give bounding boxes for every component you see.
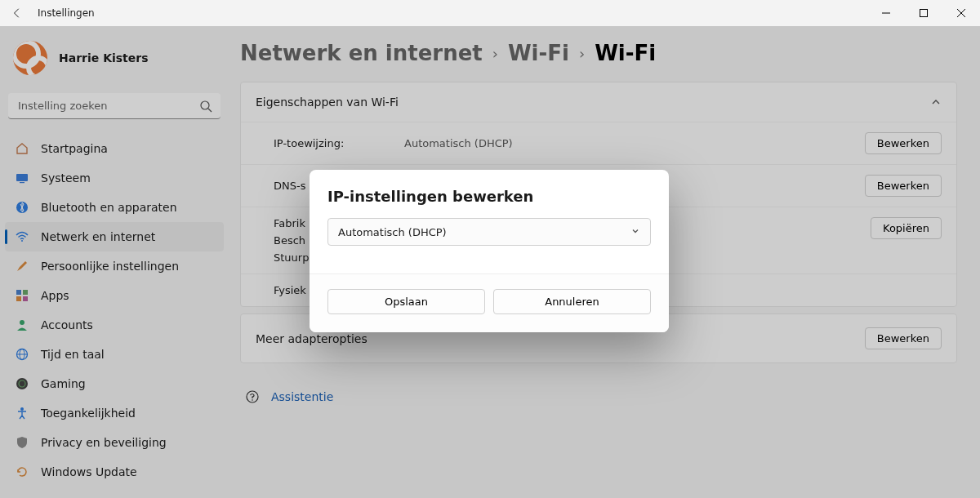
svg-point-13 bbox=[16, 378, 28, 389]
help-section: Assistentie bbox=[240, 370, 957, 424]
svg-rect-6 bbox=[16, 290, 21, 295]
property-value: Automatisch (DHCP) bbox=[404, 137, 865, 149]
chevron-right-icon: › bbox=[579, 45, 585, 62]
sidebar-item-privacy[interactable]: Privacy en beveiliging bbox=[5, 428, 224, 457]
sidebar-nav: Startpagina Systeem Bluetooth en apparat… bbox=[5, 129, 224, 487]
minimize-button[interactable] bbox=[867, 0, 905, 26]
sidebar-item-label: Startpagina bbox=[41, 142, 108, 155]
svg-rect-3 bbox=[20, 182, 24, 183]
update-icon bbox=[15, 465, 29, 479]
svg-rect-0 bbox=[920, 10, 928, 17]
help-link[interactable]: Assistentie bbox=[271, 390, 333, 403]
profile-name: Harrie Kisters bbox=[59, 51, 149, 64]
breadcrumb-current: Wi-Fi bbox=[595, 41, 656, 65]
bluetooth-icon bbox=[15, 200, 29, 215]
breadcrumb: Netwerk en internet › Wi-Fi › Wi-Fi bbox=[240, 41, 957, 65]
sidebar-item-personalization[interactable]: Persoonlijke instellingen bbox=[5, 251, 224, 281]
sidebar-item-system[interactable]: Systeem bbox=[5, 163, 224, 193]
sidebar-item-accessibility[interactable]: Toegankelijkheid bbox=[5, 398, 224, 428]
chevron-right-icon: › bbox=[492, 45, 498, 62]
home-icon bbox=[15, 141, 29, 156]
sidebar-item-network[interactable]: Netwerk en internet bbox=[5, 222, 224, 251]
edit-dns-button[interactable]: Bewerken bbox=[865, 175, 942, 197]
sidebar-item-label: Systeem bbox=[41, 171, 91, 185]
svg-point-10 bbox=[20, 320, 24, 325]
gaming-icon bbox=[15, 376, 29, 391]
accessibility-icon bbox=[15, 406, 29, 420]
profile[interactable]: Harrie Kisters bbox=[5, 26, 224, 93]
svg-rect-7 bbox=[23, 290, 28, 295]
wifi-icon bbox=[15, 229, 29, 244]
copy-button[interactable]: Kopiëren bbox=[871, 217, 942, 239]
sidebar-item-bluetooth[interactable]: Bluetooth en apparaten bbox=[5, 193, 224, 222]
svg-point-15 bbox=[20, 407, 24, 411]
modal-title: IP-instellingen bewerken bbox=[327, 188, 651, 205]
apps-icon bbox=[15, 288, 29, 303]
property-label-clipped: Stuurp bbox=[274, 251, 309, 264]
sidebar-item-label: Persoonlijke instellingen bbox=[41, 260, 179, 273]
shield-icon bbox=[15, 435, 29, 450]
svg-point-17 bbox=[252, 399, 253, 401]
select-value: Automatisch (DHCP) bbox=[338, 226, 447, 238]
search-input[interactable] bbox=[8, 93, 220, 119]
sidebar-item-label: Tijd en taal bbox=[41, 348, 105, 361]
sidebar-item-label: Gaming bbox=[41, 377, 86, 390]
property-label-clipped: Fabrik bbox=[274, 217, 309, 229]
chevron-up-icon bbox=[930, 96, 942, 108]
breadcrumb-link-2[interactable]: Wi-Fi bbox=[508, 41, 569, 65]
sidebar-item-home[interactable]: Startpagina bbox=[5, 134, 224, 163]
svg-point-5 bbox=[21, 240, 23, 242]
svg-rect-8 bbox=[16, 296, 21, 301]
sidebar-item-label: Accounts bbox=[41, 318, 93, 331]
title-bar: Instellingen bbox=[0, 0, 980, 26]
search-box bbox=[8, 93, 220, 119]
brush-icon bbox=[15, 259, 29, 273]
save-button[interactable]: Opslaan bbox=[327, 289, 485, 314]
property-label-clipped: Besch bbox=[274, 234, 309, 247]
help-icon bbox=[245, 389, 260, 404]
close-button[interactable] bbox=[942, 0, 980, 26]
window-title: Instellingen bbox=[38, 7, 95, 19]
sidebar-item-apps[interactable]: Apps bbox=[5, 281, 224, 310]
property-label: IP-toewijzing: bbox=[274, 137, 404, 149]
sidebar-item-label: Bluetooth en apparaten bbox=[41, 201, 177, 214]
sidebar-item-windows-update[interactable]: Windows Update bbox=[5, 457, 224, 487]
sidebar-item-time-language[interactable]: Tijd en taal bbox=[5, 340, 224, 369]
globe-icon bbox=[15, 347, 29, 362]
search-icon bbox=[199, 100, 212, 113]
property-row-ip: IP-toewijzing: Automatisch (DHCP) Bewerk… bbox=[241, 122, 956, 164]
ip-settings-modal: IP-instellingen bewerken Automatisch (DH… bbox=[310, 170, 669, 332]
sidebar-item-label: Privacy en beveiliging bbox=[41, 436, 167, 449]
sidebar-item-label: Apps bbox=[41, 289, 69, 302]
svg-rect-9 bbox=[23, 296, 28, 301]
sidebar-item-label: Windows Update bbox=[41, 465, 137, 478]
title-bar-left: Instellingen bbox=[11, 7, 95, 19]
back-button[interactable] bbox=[11, 7, 23, 19]
sidebar: Harrie Kisters Startpagina Systeem Bluet… bbox=[0, 26, 229, 498]
sidebar-item-accounts[interactable]: Accounts bbox=[5, 310, 224, 340]
ip-mode-select[interactable]: Automatisch (DHCP) bbox=[327, 218, 651, 246]
breadcrumb-link-1[interactable]: Netwerk en internet bbox=[240, 41, 483, 65]
sidebar-item-label: Toegankelijkheid bbox=[41, 407, 136, 420]
svg-point-1 bbox=[201, 101, 209, 109]
adapter-edit-button[interactable]: Bewerken bbox=[865, 327, 942, 349]
edit-ip-button[interactable]: Bewerken bbox=[865, 132, 942, 154]
avatar bbox=[13, 41, 47, 75]
svg-rect-2 bbox=[16, 174, 28, 181]
system-icon bbox=[15, 171, 29, 185]
card-title: Eigenschappen van Wi-Fi bbox=[256, 96, 399, 109]
maximize-button[interactable] bbox=[905, 0, 942, 26]
sidebar-item-gaming[interactable]: Gaming bbox=[5, 369, 224, 398]
adapter-label: Meer adapteropties bbox=[256, 332, 368, 345]
sidebar-item-label: Netwerk en internet bbox=[41, 230, 155, 243]
window-controls bbox=[867, 0, 980, 26]
cancel-button[interactable]: Annuleren bbox=[493, 289, 651, 314]
card-header[interactable]: Eigenschappen van Wi-Fi bbox=[241, 82, 956, 122]
accounts-icon bbox=[15, 318, 29, 332]
chevron-down-icon bbox=[630, 226, 640, 238]
